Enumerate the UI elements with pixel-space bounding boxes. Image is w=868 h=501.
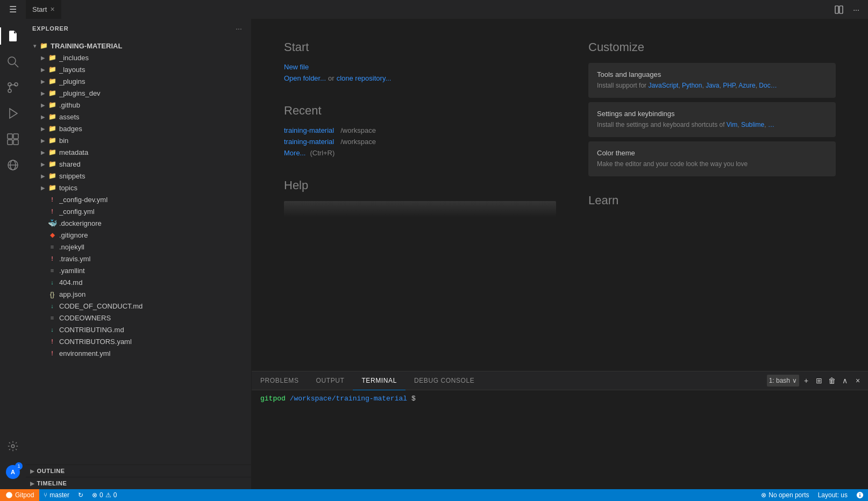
feedback-item[interactable] <box>852 489 868 501</box>
tree-item-github[interactable]: ▶ 📁 .github <box>26 99 251 111</box>
chevron-appjson <box>39 290 47 298</box>
learn-title: Learn <box>588 194 836 207</box>
chevron-yamllint <box>39 266 47 275</box>
icon-gitignore: ◆ <box>47 231 57 239</box>
chevron-includes: ▶ <box>39 53 47 62</box>
tree-item-envyml[interactable]: ! environment.yml <box>26 347 251 359</box>
svg-rect-9 <box>13 134 18 139</box>
terminal-split-button[interactable]: ⊞ <box>813 375 825 387</box>
activity-search[interactable] <box>0 49 26 75</box>
branch-icon: ⑂ <box>44 491 47 499</box>
tab-welcome-label: Start <box>32 5 47 13</box>
filename-nojekyll: .nojekyll <box>59 243 251 251</box>
split-editor-button[interactable] <box>831 2 846 17</box>
new-file-link[interactable]: New file <box>284 63 556 71</box>
activity-explorer[interactable] <box>0 23 26 49</box>
activity-bar: A 1 <box>0 19 26 489</box>
timeline-header[interactable]: ▶ TIMELINE <box>26 477 251 489</box>
activity-source-control[interactable] <box>0 75 26 101</box>
tab-welcome[interactable]: Start × <box>26 0 61 19</box>
layout-item[interactable]: Layout: us <box>814 489 852 501</box>
tree-item-codeowners[interactable]: ≡ CODEOWNERS <box>26 312 251 324</box>
account-button[interactable]: A 1 <box>0 459 26 485</box>
dots-link[interactable]: … <box>768 121 774 128</box>
chevron-snippets: ▶ <box>39 171 47 180</box>
recent-link-1[interactable]: training-material <box>284 138 334 146</box>
tab-close-icon[interactable]: × <box>50 5 54 13</box>
tree-item-metadata[interactable]: ▶ 📁 metadata <box>26 146 251 158</box>
js-link[interactable]: JavaScript <box>648 82 678 89</box>
chevron-codeowners <box>39 313 47 322</box>
color-card[interactable]: Color theme Make the editor and your cod… <box>588 141 836 176</box>
tab-terminal[interactable]: TERMINAL <box>353 371 405 390</box>
filename-bin: bin <box>59 137 251 145</box>
terminal-close-button[interactable]: × <box>852 375 864 387</box>
branch-item[interactable]: ⑂ master <box>39 489 74 501</box>
tree-item-404[interactable]: ↓ 404.md <box>26 276 251 288</box>
tree-item-plugins[interactable]: ▶ 📁 _plugins <box>26 75 251 87</box>
tree-item-travis[interactable]: ! .travis.yml <box>26 253 251 264</box>
folder-icon-includes: 📁 <box>47 53 57 62</box>
tree-item-badges[interactable]: ▶ 📁 badges <box>26 123 251 134</box>
tree-item-gitignore[interactable]: ◆ .gitignore <box>26 229 251 241</box>
tree-item-contributors[interactable]: ! CONTRIBUTORS.yaml <box>26 335 251 347</box>
clone-repo-link[interactable]: clone repository... <box>337 74 392 82</box>
terminal-collapse-button[interactable]: ∧ <box>839 375 851 387</box>
terminal-tab-actions: 1: bash ∨ + ⊞ 🗑 ∧ × <box>767 375 868 387</box>
tree-item-config-dev[interactable]: ! _config-dev.yml <box>26 194 251 205</box>
more-actions-button[interactable]: ··· <box>849 2 864 17</box>
activity-extensions[interactable] <box>0 126 26 152</box>
activity-run-debug[interactable] <box>0 101 26 126</box>
gitpod-button[interactable]: Gitpod <box>0 489 39 501</box>
filename-github: .github <box>59 101 251 109</box>
tab-problems[interactable]: PROBLEMS <box>252 371 308 390</box>
tree-item-dockerignore[interactable]: 🐳 .dockerignore <box>26 217 251 229</box>
tree-item-coc[interactable]: ↓ CODE_OF_CONDUCT.md <box>26 300 251 312</box>
activity-settings[interactable] <box>0 433 26 459</box>
tree-item-nojekyll[interactable]: ≡ .nojekyll <box>26 241 251 253</box>
outline-header[interactable]: ▶ OUTLINE <box>26 465 251 477</box>
tree-item-yamllint[interactable]: ≡ .yamllint <box>26 264 251 276</box>
sync-item[interactable]: ↻ <box>74 489 88 501</box>
vim-link[interactable]: Vim <box>727 121 737 128</box>
php-link[interactable]: PHP <box>723 82 735 89</box>
shell-selector[interactable]: 1: bash ∨ <box>767 375 799 387</box>
tree-item-contributing[interactable]: ↓ CONTRIBUTING.md <box>26 324 251 335</box>
filename-layouts: _layouts <box>59 66 251 74</box>
azure-link[interactable]: Azure <box>738 82 755 89</box>
tree-item-plugins-dev[interactable]: ▶ 📁 _plugins_dev <box>26 87 251 99</box>
terminal-trash-button[interactable]: 🗑 <box>826 375 838 387</box>
errors-item[interactable]: ⊗ 0 ⚠ 0 <box>88 489 121 501</box>
tab-output[interactable]: OUTPUT <box>308 371 353 390</box>
tree-item-config[interactable]: ! _config.yml <box>26 205 251 217</box>
tree-item-includes[interactable]: ▶ 📁 _includes <box>26 52 251 63</box>
tree-item-bin[interactable]: ▶ 📁 bin <box>26 134 251 146</box>
tree-item-topics[interactable]: ▶ 📁 topics <box>26 182 251 194</box>
tree-item-snippets[interactable]: ▶ 📁 snippets <box>26 170 251 182</box>
doc-link[interactable]: Doc… <box>759 82 777 89</box>
gitpod-label: Gitpod <box>15 491 34 499</box>
settings-card[interactable]: Settings and keybindings Install the set… <box>588 102 836 137</box>
activity-remote[interactable] <box>0 152 26 178</box>
more-link[interactable]: More... <box>284 149 305 157</box>
no-ports-item[interactable]: ⊗ No open ports <box>757 489 813 501</box>
sidebar-more-button[interactable]: ··· <box>233 23 245 34</box>
welcome-content: Start New file Open folder... or clone r… <box>252 19 868 371</box>
recent-link-0[interactable]: training-material <box>284 126 334 134</box>
terminal-body[interactable]: gitpod /workspace/training-material $ <box>252 390 868 489</box>
tree-item-layouts[interactable]: ▶ 📁 _layouts <box>26 63 251 75</box>
terminal-add-button[interactable]: + <box>800 375 812 387</box>
tab-debug-console[interactable]: DEBUG CONSOLE <box>405 371 483 390</box>
open-folder-link[interactable]: Open folder... <box>284 74 326 82</box>
python-link[interactable]: Python <box>682 82 702 89</box>
java-link[interactable]: Java <box>706 82 719 89</box>
hamburger-menu[interactable]: ☰ <box>0 0 26 19</box>
tree-root[interactable]: ▾ 📁 TRAINING-MATERIAL <box>26 40 251 52</box>
tree-item-shared[interactable]: ▶ 📁 shared <box>26 158 251 170</box>
tools-card[interactable]: Tools and languages Install support for … <box>588 63 836 98</box>
folder-icon-plugins: 📁 <box>47 77 57 85</box>
tree-item-assets[interactable]: ▶ 📁 assets <box>26 111 251 123</box>
sublime-link[interactable]: Sublime <box>741 121 764 128</box>
tree-item-appjson[interactable]: {} app.json <box>26 288 251 300</box>
status-right: ⊗ No open ports Layout: us <box>757 489 868 501</box>
